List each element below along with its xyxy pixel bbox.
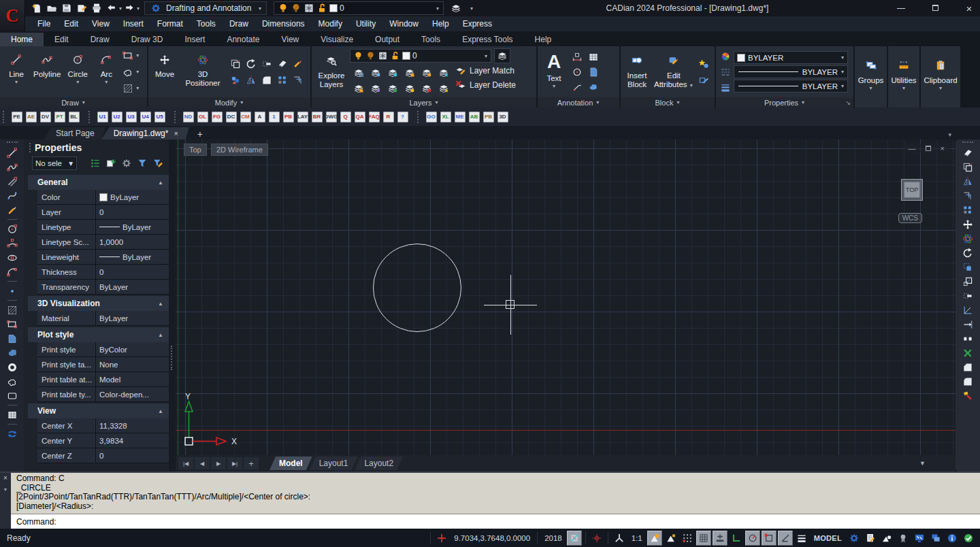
text-style-icon[interactable]: A	[253, 110, 266, 123]
gradient-icon[interactable]	[4, 331, 20, 346]
undo-arrows-icon[interactable]	[4, 427, 20, 441]
ribbon-tab-help[interactable]: Help	[524, 33, 563, 46]
circle-button[interactable]: Circle▾	[64, 48, 91, 96]
prev-tab-button[interactable]: ◀	[195, 457, 210, 469]
menu-format[interactable]: Format	[151, 18, 189, 30]
doc-tab-close-icon[interactable]: ×	[174, 129, 178, 137]
wipeout-icon[interactable]	[4, 346, 20, 360]
centermark-icon[interactable]	[570, 65, 584, 79]
prop-row-center-z[interactable]: Center Z 0	[37, 448, 169, 463]
utilities-button[interactable]: Utilities▾	[890, 53, 917, 101]
faq-icon[interactable]: FAQ	[368, 110, 380, 123]
layer-dim-bulb-icon[interactable]	[291, 3, 301, 14]
ribbon-tab-draw-3d[interactable]: Draw 3D	[120, 33, 174, 46]
divide-icon[interactable]: DV	[39, 110, 52, 123]
dwg-props-icon[interactable]: DWG	[325, 110, 338, 123]
command-expand-icon[interactable]: ▼	[3, 487, 8, 492]
prop-add-icon[interactable]	[104, 156, 118, 170]
layer-unlock-icon[interactable]	[316, 3, 327, 14]
ribbon-tab-insert[interactable]: Insert	[174, 33, 216, 46]
layer-walk-icon[interactable]	[420, 82, 434, 95]
view-control[interactable]: Top	[184, 144, 207, 156]
explode-blue-icon[interactable]	[229, 73, 242, 87]
lineweight-icon[interactable]	[719, 81, 732, 95]
sketch-icon[interactable]	[4, 203, 20, 217]
dim-linear-icon[interactable]	[570, 50, 584, 64]
excel-export-icon[interactable]: XL	[439, 110, 452, 123]
3d-positioner-icon[interactable]	[960, 231, 976, 246]
text-button[interactable]: A Text▾	[540, 48, 568, 96]
polyline-button[interactable]: Polyline	[31, 48, 63, 96]
grid-icon[interactable]	[696, 531, 711, 546]
toolbar-handle[interactable]	[7, 142, 18, 143]
modify-panel-label[interactable]: Modify▾	[148, 97, 310, 107]
layer-unlock-icon[interactable]	[352, 82, 365, 95]
menu-window[interactable]: Window	[383, 18, 425, 30]
stretch-icon[interactable]	[260, 57, 274, 71]
lineweight-icon[interactable]	[794, 531, 809, 546]
doc-tab-start-page[interactable]: Start Page	[44, 127, 105, 139]
spline-icon[interactable]	[4, 188, 20, 203]
prop-gear-icon[interactable]	[120, 156, 133, 170]
hatch-icon[interactable]	[121, 82, 135, 95]
info-icon[interactable]	[945, 531, 960, 546]
ribbon-layer-selector[interactable]: 0 ▾	[350, 49, 491, 63]
next-tab-button[interactable]: ▶	[211, 457, 226, 469]
restore-button[interactable]	[928, 3, 942, 13]
layer-freeze-icon[interactable]	[304, 3, 314, 14]
chamfer-icon[interactable]	[960, 360, 976, 374]
help-icon[interactable]: ?	[396, 110, 409, 123]
dim-table-icon[interactable]	[4, 408, 20, 422]
polar-icon[interactable]	[745, 531, 760, 546]
page-icon[interactable]	[587, 65, 600, 79]
menu-dimensions[interactable]: Dimensions	[256, 18, 311, 30]
extend-icon[interactable]	[960, 317, 976, 331]
point-icon[interactable]	[4, 284, 20, 298]
layer-on-icon[interactable]	[420, 66, 434, 80]
erase-icon[interactable]	[276, 57, 289, 71]
toolbar-handle[interactable]	[417, 111, 421, 123]
redo-icon[interactable]	[122, 1, 136, 15]
doc-convert-icon[interactable]: DC	[225, 110, 238, 123]
ribbon-tab-draw[interactable]: Draw	[80, 33, 120, 46]
quick-properties-icon[interactable]	[863, 531, 878, 546]
vp-restore-icon[interactable]	[926, 144, 931, 152]
insert-block-button[interactable]: InsertBlock	[623, 48, 651, 96]
menu-view[interactable]: View	[86, 18, 116, 30]
layer-iso-icon[interactable]	[352, 66, 365, 80]
save-icon[interactable]	[60, 1, 74, 15]
nd-tools-icon[interactable]: ND	[182, 110, 195, 123]
prop-row-material[interactable]: Material ByLayer	[37, 311, 169, 326]
prop-tree-icon[interactable]	[88, 156, 102, 170]
qselect-icon[interactable]: Q	[339, 110, 352, 123]
mirror-icon[interactable]	[960, 174, 976, 188]
prop-row-color[interactable]: Color ByLayer	[37, 190, 169, 205]
region-icon[interactable]	[4, 388, 20, 403]
lineweight-selector[interactable]: BYLAYER ▾	[734, 80, 848, 93]
snap-display-icon[interactable]	[567, 531, 582, 546]
minimize-button[interactable]: —	[894, 3, 908, 13]
circle-icon[interactable]	[4, 222, 20, 236]
settings-gear-icon[interactable]	[847, 531, 862, 546]
ribbon-tab-edit[interactable]: Edit	[44, 33, 80, 46]
layer-freeze-icon[interactable]	[378, 51, 388, 61]
arc-icon[interactable]	[4, 265, 20, 279]
fillet-icon[interactable]	[960, 374, 976, 388]
palette-splitter[interactable]	[169, 139, 176, 471]
isolate-objects-icon[interactable]	[879, 531, 894, 546]
block-list-icon[interactable]: BL	[67, 110, 80, 123]
layer-freeze-icon[interactable]	[386, 66, 399, 80]
close-button[interactable]: ×	[962, 3, 976, 14]
table-icon[interactable]	[587, 50, 600, 64]
snap-icon[interactable]	[713, 531, 728, 546]
annotation-panel-label[interactable]: Annotation▾	[538, 97, 619, 107]
ucs-1-icon[interactable]: U1	[96, 110, 109, 123]
rectangle-icon[interactable]	[4, 317, 20, 331]
attribute-edit-icon[interactable]: AE	[24, 110, 37, 123]
layers-flat-icon[interactable]	[449, 1, 463, 15]
workspace-selector[interactable]: Drafting and Annotation ▾	[144, 1, 267, 15]
new-icon[interactable]	[30, 1, 44, 15]
matchprops-icon[interactable]	[291, 57, 305, 71]
redo-caret-icon[interactable]: ▾	[136, 5, 140, 12]
line-button[interactable]: Line▾	[3, 48, 30, 96]
